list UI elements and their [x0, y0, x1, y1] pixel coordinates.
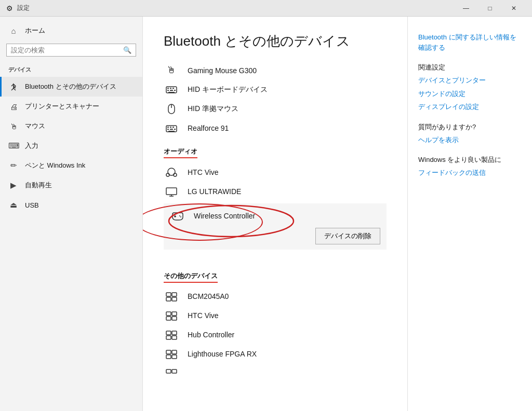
- svg-rect-38: [172, 331, 177, 335]
- svg-rect-2: [170, 88, 171, 89]
- sidebar-item-bluetooth[interactable]: Bluetooth とその他のデバイス: [0, 77, 142, 97]
- home-icon: ⌂: [8, 26, 19, 35]
- list-item[interactable]: BCM2045A0: [164, 287, 387, 306]
- display-settings-link[interactable]: ディスプレイの設定: [418, 102, 522, 112]
- list-item[interactable]: HTC Vive: [164, 306, 387, 325]
- mouse-icon: 🖱: [8, 122, 19, 131]
- help-link[interactable]: ヘルプを表示: [418, 135, 522, 145]
- list-item[interactable]: HID 準拠マウス: [164, 99, 387, 118]
- faq-heading: 質問がありますか?: [418, 122, 522, 132]
- svg-rect-35: [166, 317, 171, 320]
- svg-rect-6: [174, 90, 176, 91]
- list-item[interactable]: Hub Controller: [164, 325, 387, 345]
- device-name: Realforce 91: [188, 124, 229, 132]
- svg-rect-14: [167, 129, 169, 130]
- sidebar-item-pen[interactable]: ✏ ペンと Windows Ink: [0, 156, 142, 175]
- svg-rect-16: [174, 129, 176, 130]
- device-actions: デバイスの削除: [170, 224, 380, 244]
- svg-rect-40: [172, 336, 177, 339]
- list-item[interactable]: HTC Vive: [164, 162, 387, 182]
- selected-device-name: Wireless Controller: [194, 212, 255, 220]
- feedback-heading: Windows をより良い製品に: [418, 155, 522, 165]
- search-input[interactable]: [11, 46, 120, 54]
- svg-rect-43: [166, 355, 171, 359]
- sidebar-item-usb[interactable]: ⏏ USB: [0, 195, 142, 215]
- svg-rect-41: [166, 350, 171, 354]
- device-name: Hub Controller: [188, 331, 234, 339]
- other-device-icon-2: [164, 310, 179, 321]
- sidebar-bluetooth-label: Bluetooth とその他のデバイス: [25, 82, 116, 91]
- autoplay-icon: ▶: [8, 181, 19, 190]
- sidebar-mouse-label: マウス: [25, 121, 45, 131]
- list-item[interactable]: HID キーボードデバイス: [164, 80, 387, 99]
- close-button[interactable]: ✕: [502, 0, 526, 17]
- bluetooth-info-link[interactable]: Bluetooth に関する詳しい情報を確認する: [418, 32, 522, 52]
- headset-icon: [164, 167, 179, 177]
- svg-rect-34: [172, 312, 177, 316]
- device-name: LG ULTRAWIDE: [188, 187, 241, 196]
- printer-icon: 🖨: [8, 102, 19, 111]
- svg-rect-30: [172, 293, 177, 296]
- svg-rect-15: [170, 129, 173, 130]
- sidebar-item-autoplay[interactable]: ▶ 自動再生: [0, 175, 142, 195]
- sidebar-item-printers[interactable]: 🖨 プリンターとスキャナー: [0, 97, 142, 116]
- device-name: Lighthouse FPGA RX: [188, 350, 257, 358]
- related-settings-section: 関連設定 デバイスとプリンター サウンドの設定 ディスプレイの設定: [418, 63, 522, 112]
- sidebar: ⌂ ホーム 🔍 デバイス Bluetooth とその他のデバイス: [0, 17, 143, 411]
- gamepad-icon: [170, 211, 185, 222]
- page-title: Bluetooth とその他のデバイス: [164, 32, 387, 50]
- svg-rect-42: [172, 350, 177, 354]
- svg-rect-31: [166, 297, 171, 301]
- svg-rect-11: [167, 127, 169, 128]
- sidebar-item-mouse[interactable]: 🖱 マウス: [0, 116, 142, 136]
- remove-device-button[interactable]: デバイスの削除: [315, 228, 380, 244]
- device-name: HTC Vive: [188, 311, 219, 320]
- sidebar-search[interactable]: 🔍: [6, 44, 136, 57]
- list-item[interactable]: Lighthouse FPGA RX: [164, 345, 387, 364]
- list-item[interactable]: 🖱 Gaming Mouse G300: [164, 61, 387, 80]
- main-content: Bluetooth とその他のデバイス 🖱 Gaming Mouse G300 …: [143, 17, 407, 411]
- feedback-link[interactable]: フィードバックの送信: [418, 168, 522, 178]
- app-body: ⌂ ホーム 🔍 デバイス Bluetooth とその他のデバイス: [0, 17, 532, 411]
- list-item[interactable]: [164, 364, 387, 383]
- keyboard-icon: ⌨: [8, 141, 19, 150]
- pen-icon: ✏: [8, 161, 19, 170]
- search-icon: 🔍: [123, 46, 131, 54]
- device-name: HID キーボードデバイス: [188, 85, 268, 94]
- keyboard2-device-icon: [164, 122, 179, 133]
- other-section-title: その他のデバイス: [164, 271, 218, 283]
- sidebar-usb-label: USB: [25, 201, 39, 209]
- maximize-button[interactable]: □: [478, 0, 502, 17]
- settings-icon: ⚙: [6, 4, 13, 12]
- svg-rect-12: [170, 127, 171, 128]
- device-name: HID 準拠マウス: [188, 104, 238, 114]
- device-name: BCM2045A0: [188, 292, 229, 300]
- svg-rect-32: [172, 297, 177, 301]
- other-device-icon-3: [164, 330, 179, 340]
- selected-device-item[interactable]: Wireless Controller: [170, 209, 380, 224]
- svg-rect-1: [167, 88, 169, 89]
- list-item[interactable]: LG ULTRAWIDE: [164, 182, 387, 201]
- usb-icon: ⏏: [8, 200, 19, 210]
- svg-rect-45: [166, 369, 171, 373]
- sidebar-item-input[interactable]: ⌨ 入力: [0, 136, 142, 156]
- devices-printers-link[interactable]: デバイスとプリンター: [418, 75, 522, 86]
- titlebar-left: ⚙ 設定: [6, 4, 30, 12]
- list-item[interactable]: Realforce 91: [164, 118, 387, 138]
- svg-rect-7: [168, 92, 175, 93]
- svg-rect-4: [167, 90, 169, 91]
- svg-rect-29: [166, 293, 171, 296]
- other-device-icon-4: [164, 349, 179, 360]
- monitor-icon: [164, 186, 179, 197]
- svg-rect-46: [172, 369, 177, 373]
- device-name: HTC Vive: [188, 168, 219, 176]
- faq-section: 質問がありますか? ヘルプを表示: [418, 122, 522, 145]
- svg-point-26: [179, 215, 180, 216]
- sidebar-section-label: デバイス: [0, 64, 142, 77]
- svg-point-27: [180, 216, 181, 217]
- sidebar-item-home[interactable]: ⌂ ホーム: [0, 21, 142, 40]
- minimize-button[interactable]: —: [454, 0, 478, 17]
- mouse2-device-icon: [164, 103, 179, 114]
- sidebar-printers-label: プリンターとスキャナー: [25, 102, 99, 111]
- sound-settings-link[interactable]: サウンドの設定: [418, 89, 522, 99]
